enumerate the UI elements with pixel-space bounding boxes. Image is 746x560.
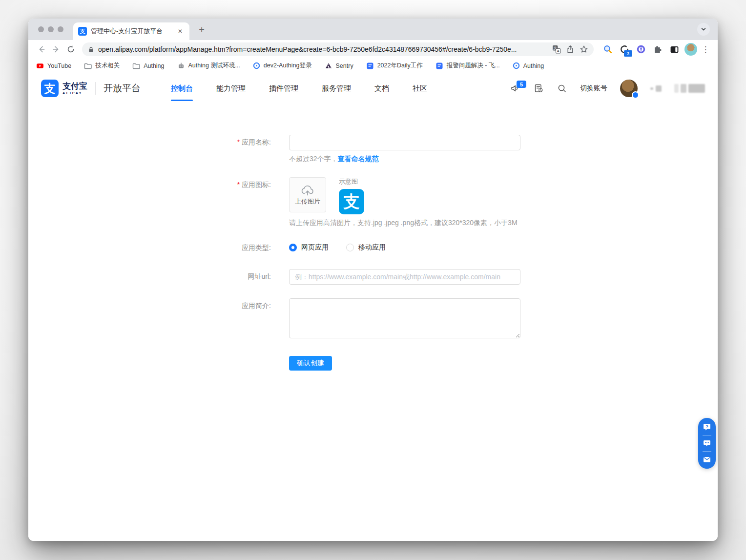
required-mark: * xyxy=(237,181,240,188)
address-bar[interactable]: open.alipay.com/platform/appManage.htm?f… xyxy=(82,42,594,56)
site-url-row: 网址url: xyxy=(210,269,562,285)
app-desc-label: 应用简介: xyxy=(210,298,271,340)
robot-icon xyxy=(177,62,185,70)
bookmark-star-button[interactable] xyxy=(577,42,591,56)
account-text-redacted xyxy=(674,84,705,93)
minimize-window-button[interactable] xyxy=(48,26,54,32)
sample-caption: 示意图 xyxy=(339,177,364,186)
share-button[interactable] xyxy=(563,42,577,56)
compass-extension-icon xyxy=(636,44,646,54)
back-button[interactable] xyxy=(34,42,49,57)
reload-button[interactable] xyxy=(63,42,78,57)
platform-title: 开放平台 xyxy=(104,82,141,95)
extensions-area: 3 xyxy=(602,44,680,55)
authing-icon xyxy=(253,62,260,69)
forward-arrow-icon xyxy=(52,45,61,54)
browser-tab[interactable]: 支 管理中心-支付宝开放平台 ✕ xyxy=(73,22,189,40)
url-text[interactable]: open.alipay.com/platform/appManage.htm?f… xyxy=(98,45,550,53)
bookmark-sentry[interactable]: Sentry xyxy=(325,62,353,70)
side-panel-button[interactable] xyxy=(669,44,680,55)
nav-plugin[interactable]: 插件管理 xyxy=(269,82,298,95)
app-icon-hint: 请上传应用高清图片，支持.jpg .jpeg .png格式，建议320*320像… xyxy=(289,219,562,228)
extensions-puzzle-button[interactable] xyxy=(652,44,663,55)
share-icon xyxy=(566,45,575,54)
tab-title: 管理中心-支付宝开放平台 xyxy=(91,27,172,36)
tab-strip: 支 管理中心-支付宝开放平台 ✕ + xyxy=(28,19,718,40)
close-window-button[interactable] xyxy=(38,26,44,32)
nav-community[interactable]: 社区 xyxy=(413,82,427,95)
app-name-input[interactable] xyxy=(289,135,520,150)
nav-docs[interactable]: 文档 xyxy=(374,82,389,95)
site-url-input[interactable] xyxy=(289,269,520,285)
alipay-favicon-icon: 支 xyxy=(78,27,87,36)
extension-compass-button[interactable] xyxy=(636,44,646,55)
envelope-icon xyxy=(703,455,711,464)
star-icon xyxy=(580,45,588,54)
browser-toolbar: open.alipay.com/platform/appManage.htm?f… xyxy=(28,40,718,59)
close-tab-icon[interactable]: ✕ xyxy=(176,27,185,36)
naming-spec-link[interactable]: 查看命名规范 xyxy=(338,155,379,163)
bookmark-alert-doc[interactable]: 报警问题解决 - 飞... xyxy=(435,62,500,70)
app-icon-label: *应用图标: xyxy=(210,177,271,228)
bookmark-youtube[interactable]: YouTube xyxy=(36,62,71,70)
browser-window: 支 管理中心-支付宝开放平台 ✕ + open.alipay.com/platf… xyxy=(28,19,718,541)
radio-selected-icon[interactable] xyxy=(289,244,297,251)
submit-row: 确认创建 xyxy=(210,355,562,371)
alipay-logo-icon[interactable]: 支 xyxy=(41,80,59,97)
bookmark-daily-doc[interactable]: 2022年Daily工作 xyxy=(366,62,423,70)
puzzle-icon xyxy=(653,45,663,54)
search-icon xyxy=(557,83,567,94)
radio-mobile-app[interactable]: 移动应用 xyxy=(346,243,386,252)
page-content: 支 支付宝 ALIPAY 开放平台 控制台 能力管理 插件管理 服务管理 文档 … xyxy=(28,73,718,541)
zoom-window-button[interactable] xyxy=(58,26,63,32)
app-name-label: *应用名称: xyxy=(210,135,271,164)
browser-menu-button[interactable]: ⋮ xyxy=(699,44,712,55)
bookmark-authing[interactable]: Authing xyxy=(513,62,544,69)
radio-unselected-icon[interactable] xyxy=(346,244,354,251)
confirm-create-button[interactable]: 确认创建 xyxy=(289,356,332,371)
extension-search-button[interactable] xyxy=(602,44,613,55)
window-controls[interactable] xyxy=(38,26,63,32)
history-doc-button[interactable] xyxy=(533,83,544,94)
extension-badge: 3 xyxy=(624,50,632,57)
upload-image-button[interactable]: 上传图片 xyxy=(289,177,326,212)
upload-label: 上传图片 xyxy=(295,197,320,206)
nav-console[interactable]: 控制台 xyxy=(171,82,193,95)
nav-capability[interactable]: 能力管理 xyxy=(216,82,246,95)
bookmark-dev2-authing[interactable]: dev2-Authing登录 xyxy=(253,62,312,70)
new-tab-button[interactable]: + xyxy=(195,23,208,36)
chat-bubble-icon xyxy=(703,439,711,448)
app-desc-textarea[interactable] xyxy=(289,298,520,338)
folder-icon xyxy=(84,62,92,70)
alipay-wordmark: 支付宝 ALIPAY xyxy=(62,82,87,95)
feedback-mail-button[interactable] xyxy=(703,455,711,464)
lock-icon xyxy=(88,46,94,53)
nav-service[interactable]: 服务管理 xyxy=(322,82,351,95)
user-avatar[interactable] xyxy=(620,80,638,97)
site-header: 支 支付宝 ALIPAY 开放平台 控制台 能力管理 插件管理 服务管理 文档 … xyxy=(28,73,718,104)
bookmark-folder-authing[interactable]: Authing xyxy=(132,62,164,70)
svg-text:A: A xyxy=(557,49,560,53)
announcement-button[interactable]: 5 xyxy=(510,83,520,94)
translate-button[interactable]: 文A xyxy=(550,42,563,56)
bookmark-authing-test[interactable]: Authing 测试环境... xyxy=(177,62,240,70)
forward-button[interactable] xyxy=(49,42,63,57)
reload-icon xyxy=(66,45,75,54)
switch-account-link[interactable]: 切换账号 xyxy=(580,84,607,93)
browser-profile-avatar[interactable] xyxy=(684,43,697,56)
tab-search-button[interactable] xyxy=(697,23,710,36)
search-button[interactable] xyxy=(557,83,567,94)
help-bubble-icon: ? xyxy=(703,423,711,432)
header-divider xyxy=(95,82,96,95)
doc-icon xyxy=(435,62,443,70)
chat-button[interactable] xyxy=(703,439,711,448)
folder-icon xyxy=(132,62,140,70)
bookmark-folder-tech[interactable]: 技术相关 xyxy=(84,62,120,70)
extension-loop-button[interactable]: 3 xyxy=(619,44,630,55)
radio-web-app[interactable]: 网页应用 xyxy=(289,243,329,252)
alipay-sample-logo-icon: 支 xyxy=(339,189,364,214)
pill-divider xyxy=(703,451,711,452)
floating-help-widget: ? xyxy=(698,418,716,469)
help-button[interactable]: ? xyxy=(703,423,711,432)
app-type-row: 应用类型: 网页应用 移动应用 xyxy=(210,240,562,252)
